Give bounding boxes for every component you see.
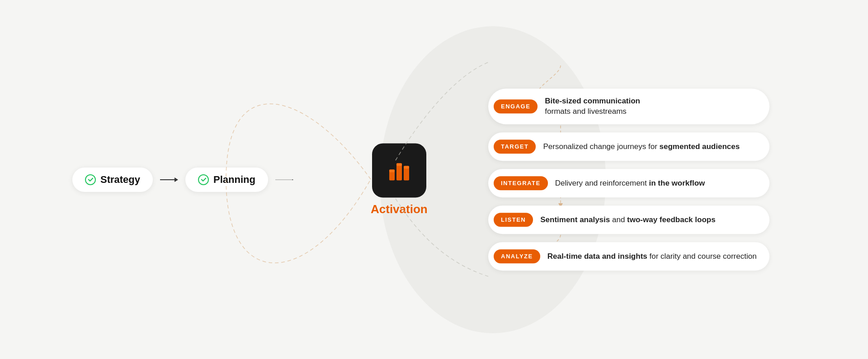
analyze-text: Real-time data and insights for clarity … <box>547 251 757 262</box>
feature-pill-engage: ENGAGE Bite-sized communicationformats a… <box>488 89 769 125</box>
features-right: ENGAGE Bite-sized communicationformats a… <box>488 89 769 271</box>
arrow-strategy-planning <box>153 175 185 184</box>
main-container: Strategy Planning <box>0 0 868 359</box>
feature-pill-integrate: INTEGRATE Delivery and reinforcement in … <box>488 169 769 197</box>
planning-check-icon <box>198 174 209 185</box>
activation-icon-box <box>372 143 426 197</box>
planning-node: Planning <box>185 168 268 192</box>
listen-badge: LISTEN <box>494 213 533 227</box>
feature-pill-analyze: ANALYZE Real-time data and insights for … <box>488 242 769 270</box>
feature-pill-listen: LISTEN Sentiment analysis and two-way fe… <box>488 205 769 234</box>
engage-text: Bite-sized communicationformats and live… <box>545 96 640 117</box>
svg-marker-7 <box>292 179 293 180</box>
strategy-check-icon <box>85 174 96 185</box>
svg-rect-13 <box>404 166 409 168</box>
activation-chart-icon <box>386 157 413 184</box>
strategy-node: Strategy <box>72 168 153 192</box>
svg-rect-12 <box>396 163 402 166</box>
arrow-planning-activation <box>268 175 301 184</box>
target-text: Personalized change journeys for segment… <box>543 141 740 152</box>
svg-rect-11 <box>389 169 395 172</box>
activation-label: Activation <box>371 202 428 216</box>
svg-marker-5 <box>175 177 178 182</box>
analyze-badge: ANALYZE <box>494 249 540 263</box>
integrate-text: Delivery and reinforcement in the workfl… <box>555 178 705 189</box>
flow-left: Strategy Planning <box>72 168 301 192</box>
activation-center: Activation <box>371 143 428 216</box>
engage-badge: ENGAGE <box>494 99 538 113</box>
listen-text: Sentiment analysis and two-way feedback … <box>540 214 715 225</box>
integrate-badge: INTEGRATE <box>494 176 548 190</box>
strategy-label: Strategy <box>100 174 140 186</box>
feature-pill-target: TARGET Personalized change journeys for … <box>488 132 769 161</box>
target-badge: TARGET <box>494 140 536 154</box>
planning-label: Planning <box>213 174 255 186</box>
